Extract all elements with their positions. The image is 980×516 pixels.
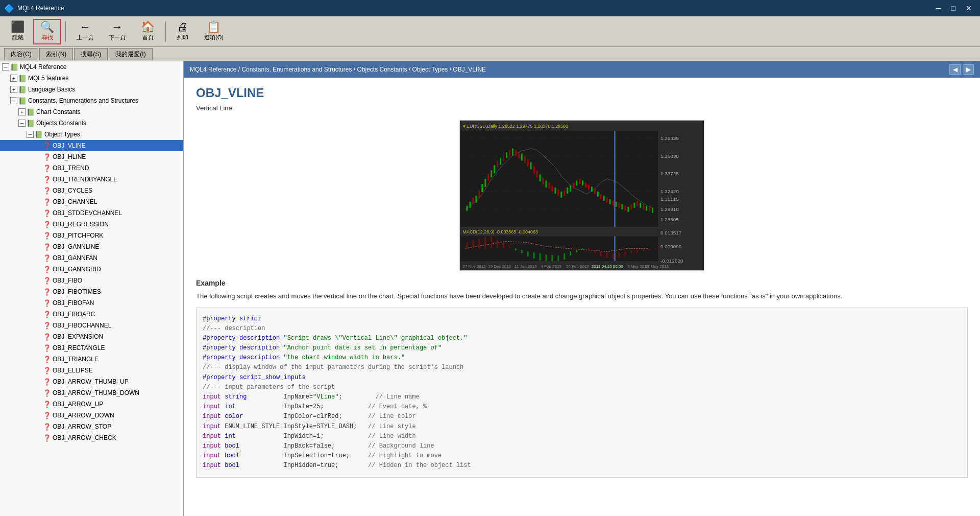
sidebar-item-chart-constants[interactable]: +📗Chart Constants xyxy=(0,106,183,118)
svg-rect-39 xyxy=(521,154,523,161)
svg-rect-48 xyxy=(548,182,550,189)
svg-rect-31 xyxy=(497,161,498,167)
tree-expand-mql5-features[interactable]: + xyxy=(10,75,17,82)
sidebar-item-obj-arrow-check[interactable]: ❓OBJ_ARROW_CHECK xyxy=(0,432,183,443)
svg-rect-66 xyxy=(603,196,605,201)
sidebar-item-obj-fiboarc[interactable]: ❓OBJ_FIBOARC xyxy=(0,309,183,320)
sidebar-item-obj-channel[interactable]: ❓OBJ_CHANNEL xyxy=(0,196,183,207)
svg-rect-96 xyxy=(509,246,510,248)
svg-rect-120 xyxy=(655,248,656,249)
tree-spacer-obj-trendbyangle xyxy=(35,176,42,183)
sidebar-item-obj-expansion[interactable]: ❓OBJ_EXPANSION xyxy=(0,331,183,342)
tree-icon-obj-gannfan: ❓ xyxy=(43,254,51,262)
tree-expand-constants-enum[interactable]: ─ xyxy=(10,97,17,104)
close-btn[interactable]: ✕ xyxy=(962,2,976,14)
back-btn[interactable]: ← 上一頁 xyxy=(70,19,100,44)
sidebar-item-obj-arrow-stop[interactable]: ❓OBJ_ARROW_STOP xyxy=(0,421,183,432)
tree-label-constants-enum: Constants, Enumerations and Structures xyxy=(28,97,138,104)
maximize-btn[interactable]: □ xyxy=(947,2,960,14)
sidebar-item-obj-gannfan[interactable]: ❓OBJ_GANNFAN xyxy=(0,252,183,264)
sidebar-item-obj-fibo[interactable]: ❓OBJ_FIBO xyxy=(0,275,183,286)
sidebar-item-obj-ganngrid[interactable]: ❓OBJ_GANNGRID xyxy=(0,264,183,275)
app-title: MQL4 Reference xyxy=(17,5,64,12)
svg-rect-74 xyxy=(627,207,629,212)
tree-icon-obj-expansion: ❓ xyxy=(43,333,51,341)
tree-expand-object-types[interactable]: ─ xyxy=(27,131,34,138)
tree-expand-chart-constants[interactable]: + xyxy=(18,108,26,115)
sidebar-item-obj-fibochannel[interactable]: ❓OBJ_FIBOCHANNEL xyxy=(0,320,183,331)
sidebar[interactable]: ─📗MQL4 Reference+📗MQL5 features+📗Languag… xyxy=(0,61,184,516)
tree-label-obj-arrow-thumb-up: OBJ_ARROW_THUMB_UP xyxy=(53,378,129,385)
svg-rect-89 xyxy=(467,242,468,248)
find-btn[interactable]: 🔍 尋找 xyxy=(33,19,61,44)
home-btn[interactable]: 🏠 首頁 xyxy=(134,19,161,44)
sidebar-item-object-types[interactable]: ─📗Object Types xyxy=(0,129,183,140)
svg-text:1.36335: 1.36335 xyxy=(660,135,679,141)
tab-contents[interactable]: 內容(C) xyxy=(4,48,38,60)
sidebar-item-obj-arrow-thumb-up[interactable]: ❓OBJ_ARROW_THUMB_UP xyxy=(0,376,183,387)
tree-icon-obj-vline: ❓ xyxy=(43,142,51,150)
tree-spacer-obj-gannline xyxy=(35,243,42,250)
svg-rect-36 xyxy=(512,149,513,156)
back-label: 上一頁 xyxy=(77,34,93,41)
sidebar-item-obj-triangle[interactable]: ❓OBJ_TRIANGLE xyxy=(0,354,183,365)
tree-label-obj-ganngrid: OBJ_GANNGRID xyxy=(53,266,101,273)
svg-rect-115 xyxy=(624,251,626,255)
breadcrumb-back-btn[interactable]: ◀ xyxy=(949,64,961,75)
sidebar-item-obj-trendbyangle[interactable]: ❓OBJ_TRENDBYANGLE xyxy=(0,174,183,185)
svg-rect-52 xyxy=(560,192,562,198)
svg-rect-50 xyxy=(554,187,556,194)
svg-rect-27 xyxy=(484,179,486,187)
svg-rect-75 xyxy=(630,204,632,209)
sidebar-item-constants-enum[interactable]: ─📗Constants, Enumerations and Structures xyxy=(0,95,183,106)
tree-spacer-obj-arrow-thumb-down xyxy=(35,389,42,396)
svg-rect-94 xyxy=(497,240,498,248)
sidebar-item-obj-ellipse[interactable]: ❓OBJ_ELLIPSE xyxy=(0,365,183,376)
title-bar: 🔷 MQL4 Reference ─ □ ✕ xyxy=(0,0,980,16)
print-btn[interactable]: 🖨 列印 xyxy=(170,19,195,44)
sidebar-item-obj-rectangle[interactable]: ❓OBJ_RECTANGLE xyxy=(0,342,183,354)
svg-rect-78 xyxy=(640,203,641,208)
svg-rect-38 xyxy=(518,152,520,158)
svg-rect-93 xyxy=(491,236,492,248)
sidebar-item-obj-regression[interactable]: ❓OBJ_REGRESSION xyxy=(0,219,183,230)
sidebar-item-obj-arrow-up[interactable]: ❓OBJ_ARROW_UP xyxy=(0,398,183,410)
sidebar-item-obj-hline[interactable]: ❓OBJ_HLINE xyxy=(0,151,183,162)
sidebar-item-obj-gannline[interactable]: ❓OBJ_GANNLINE xyxy=(0,241,183,252)
sidebar-item-obj-stddevchannel[interactable]: ❓OBJ_STDDEVCHANNEL xyxy=(0,207,183,219)
sidebar-item-obj-trend[interactable]: ❓OBJ_TREND xyxy=(0,162,183,174)
svg-text:1.33725: 1.33725 xyxy=(660,171,679,176)
sidebar-item-obj-pitchfork[interactable]: ❓OBJ_PITCHFORK xyxy=(0,230,183,241)
tab-index[interactable]: 索引(N) xyxy=(39,48,74,60)
sidebar-item-obj-fibotimes[interactable]: ❓OBJ_FIBOTIMES xyxy=(0,286,183,297)
svg-rect-77 xyxy=(636,201,638,206)
breadcrumb-forward-btn[interactable]: ▶ xyxy=(963,64,974,75)
svg-rect-81 xyxy=(649,207,650,212)
tree-expand-objects-constants[interactable]: ─ xyxy=(18,120,26,127)
tree-expand-mql4-ref[interactable]: ─ xyxy=(2,63,9,71)
minimize-btn[interactable]: ─ xyxy=(932,2,945,14)
options-btn[interactable]: 📋 選項(O) xyxy=(198,19,230,44)
forward-btn[interactable]: → 下一頁 xyxy=(102,19,132,44)
sidebar-item-objects-constants[interactable]: ─📗Objects Constants xyxy=(0,118,183,129)
sidebar-item-obj-cycles[interactable]: ❓OBJ_CYCLES xyxy=(0,185,183,196)
svg-text:1.29810: 1.29810 xyxy=(660,206,679,212)
svg-rect-111 xyxy=(600,251,602,256)
svg-text:11 Jan 2013: 11 Jan 2013 xyxy=(514,264,537,269)
sidebar-item-obj-fibofan[interactable]: ❓OBJ_FIBOFAN xyxy=(0,297,183,309)
sidebar-item-mql4-ref[interactable]: ─📗MQL4 Reference xyxy=(0,61,183,73)
svg-rect-109 xyxy=(588,248,590,250)
hide-btn[interactable]: ⬛ 隱藏 xyxy=(4,19,31,44)
tree-icon-obj-arrow-stop: ❓ xyxy=(43,423,51,431)
tab-favorites[interactable]: 我的最愛(I) xyxy=(109,48,152,60)
sidebar-item-obj-arrow-thumb-down[interactable]: ❓OBJ_ARROW_THUMB_DOWN xyxy=(0,387,183,398)
tree-icon-obj-arrow-check: ❓ xyxy=(43,434,51,442)
sidebar-item-obj-arrow-down[interactable]: ❓OBJ_ARROW_DOWN xyxy=(0,410,183,421)
tab-search[interactable]: 搜尋(S) xyxy=(74,48,108,60)
options-label: 選項(O) xyxy=(204,34,224,41)
tree-expand-lang-basics[interactable]: + xyxy=(10,86,17,93)
sidebar-item-mql5-features[interactable]: +📗MQL5 features xyxy=(0,73,183,84)
svg-rect-101 xyxy=(540,253,541,261)
sidebar-item-obj-vline[interactable]: ❓OBJ_VLINE xyxy=(0,140,183,151)
sidebar-item-lang-basics[interactable]: +📗Language Basics xyxy=(0,84,183,95)
